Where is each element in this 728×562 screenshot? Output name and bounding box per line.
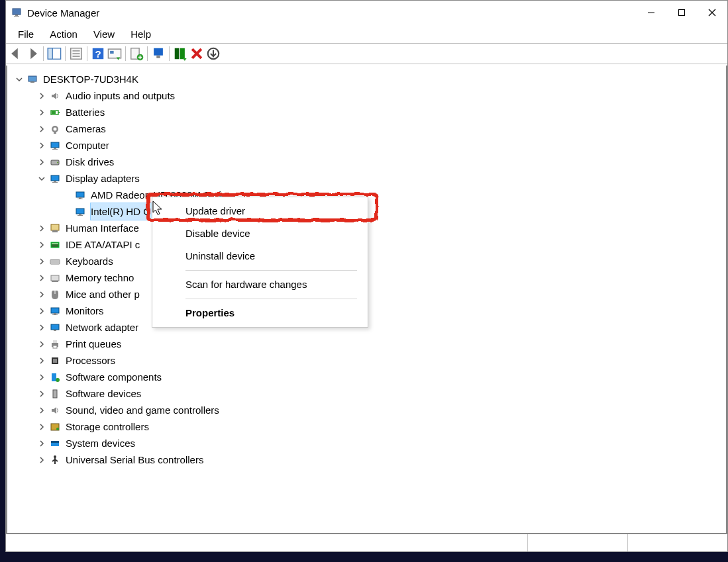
chevron-down-icon[interactable] <box>14 74 25 85</box>
tree-root-label: DESKTOP-7UD3H4K <box>43 71 138 87</box>
menu-help[interactable]: Help <box>123 26 159 42</box>
audio-icon <box>48 404 62 416</box>
tree-device-label: Intel(R) HD G <box>91 203 154 220</box>
svg-rect-4 <box>679 10 685 16</box>
maximize-button[interactable] <box>666 3 697 23</box>
camera-icon <box>48 123 62 135</box>
hid-icon <box>48 222 62 234</box>
tree-root[interactable]: DESKTOP-7UD3H4K <box>10 71 723 87</box>
tree-category[interactable]: Processors <box>10 352 723 369</box>
add-legacy-hardware-button[interactable] <box>206 46 221 61</box>
disk-icon <box>48 156 62 168</box>
tree-category-label: Human Interface <box>66 220 139 236</box>
svg-rect-67 <box>53 359 57 363</box>
swdev-icon <box>48 388 62 400</box>
show-hide-console-tree-button[interactable] <box>47 46 62 61</box>
ctx-scan-hardware[interactable]: Scan for hardware changes <box>152 273 368 296</box>
scan-hardware-button[interactable] <box>107 46 122 61</box>
tree-category[interactable]: Universal Serial Bus controllers <box>10 451 723 468</box>
chevron-right-icon[interactable] <box>36 140 47 151</box>
chevron-right-icon[interactable] <box>36 438 47 449</box>
ctx-update-driver[interactable]: Update driver <box>152 200 368 222</box>
tree-category-label: Display adapters <box>66 170 140 187</box>
help-button[interactable]: ? <box>91 46 105 61</box>
svg-rect-62 <box>54 330 56 331</box>
usb-icon <box>48 454 62 466</box>
chevron-right-icon[interactable] <box>36 223 47 234</box>
tree-category[interactable]: Computer <box>10 137 723 154</box>
chevron-right-icon[interactable] <box>36 455 47 465</box>
svg-rect-22 <box>180 48 185 60</box>
chevron-right-icon[interactable] <box>36 91 47 101</box>
chevron-right-icon[interactable] <box>36 422 47 432</box>
ctx-sep <box>185 299 357 299</box>
disable-device-button[interactable] <box>151 46 166 61</box>
chevron-right-icon[interactable] <box>36 256 47 267</box>
toolbar-sep <box>147 46 148 61</box>
enable-device-button[interactable] <box>173 46 187 61</box>
minimize-button[interactable] <box>636 3 666 23</box>
chevron-right-icon[interactable] <box>36 107 47 118</box>
svg-rect-60 <box>52 314 58 315</box>
chevron-right-icon[interactable] <box>36 289 47 300</box>
tree-category-label: Cameras <box>66 120 106 137</box>
chevron-right-icon[interactable] <box>36 306 47 316</box>
chevron-right-icon[interactable] <box>36 157 47 167</box>
close-button[interactable] <box>697 3 727 23</box>
svg-rect-61 <box>51 324 59 330</box>
svg-rect-20 <box>156 56 160 58</box>
tree-category[interactable]: Software components <box>10 369 723 385</box>
tree-category[interactable]: Audio inputs and outputs <box>10 87 723 104</box>
tree-category-label: Disk drives <box>66 154 114 170</box>
tree-category[interactable]: Sound, video and game controllers <box>10 402 723 418</box>
tree-category-label: Keyboards <box>66 253 113 269</box>
ctx-properties[interactable]: Properties <box>152 302 368 324</box>
tree-category[interactable]: Print queues <box>10 336 723 352</box>
chevron-right-icon[interactable] <box>36 355 47 366</box>
svg-rect-8 <box>48 48 52 60</box>
tree-category[interactable]: Software devices <box>10 385 723 402</box>
svg-rect-49 <box>52 230 58 232</box>
forward-button[interactable] <box>25 46 40 61</box>
chevron-right-icon[interactable] <box>36 389 47 399</box>
menu-view[interactable]: View <box>85 26 123 42</box>
tree-category-label: Processors <box>66 352 115 369</box>
mouse-icon <box>48 289 62 301</box>
update-driver-button[interactable] <box>129 46 144 61</box>
chevron-right-icon[interactable] <box>36 405 47 416</box>
svg-rect-40 <box>54 181 56 182</box>
chevron-right-icon[interactable] <box>36 124 47 134</box>
svg-point-32 <box>54 127 57 130</box>
ctx-disable-device[interactable]: Disable device <box>152 222 368 245</box>
svg-rect-19 <box>154 48 163 56</box>
tree-category[interactable]: Batteries <box>10 104 723 120</box>
menubar: File Action View Help <box>6 24 727 43</box>
chevron-down-icon[interactable] <box>36 173 47 184</box>
tree-category[interactable]: System devices <box>10 435 723 451</box>
ctx-uninstall-device[interactable]: Uninstall device <box>152 245 368 267</box>
toolbar-sep <box>87 46 87 61</box>
svg-rect-74 <box>51 441 59 443</box>
chevron-right-icon[interactable] <box>36 322 47 333</box>
audio-icon <box>48 90 62 102</box>
device-tree-pane[interactable]: DESKTOP-7UD3H4KAudio inputs and outputsB… <box>6 66 727 534</box>
svg-rect-51 <box>52 243 58 244</box>
tree-category-label: Monitors <box>66 303 104 319</box>
menu-file[interactable]: File <box>10 26 42 42</box>
printer-icon <box>48 338 62 350</box>
uninstall-device-button[interactable] <box>189 46 204 61</box>
back-button[interactable] <box>9 46 23 61</box>
properties-button[interactable] <box>69 46 83 61</box>
tree-category[interactable]: Storage controllers <box>10 418 723 435</box>
tree-category[interactable]: Display adapters <box>10 170 723 187</box>
chevron-right-icon[interactable] <box>36 372 47 383</box>
tree-category[interactable]: Disk drives <box>10 154 723 170</box>
menu-action[interactable]: Action <box>42 26 85 42</box>
chevron-right-icon[interactable] <box>36 240 47 250</box>
chevron-right-icon[interactable] <box>36 339 47 350</box>
titlebar[interactable]: Device Manager <box>6 1 727 24</box>
svg-rect-59 <box>54 313 56 314</box>
toolbar-sep <box>65 46 66 61</box>
chevron-right-icon[interactable] <box>36 273 47 283</box>
tree-category[interactable]: Cameras <box>10 120 723 137</box>
